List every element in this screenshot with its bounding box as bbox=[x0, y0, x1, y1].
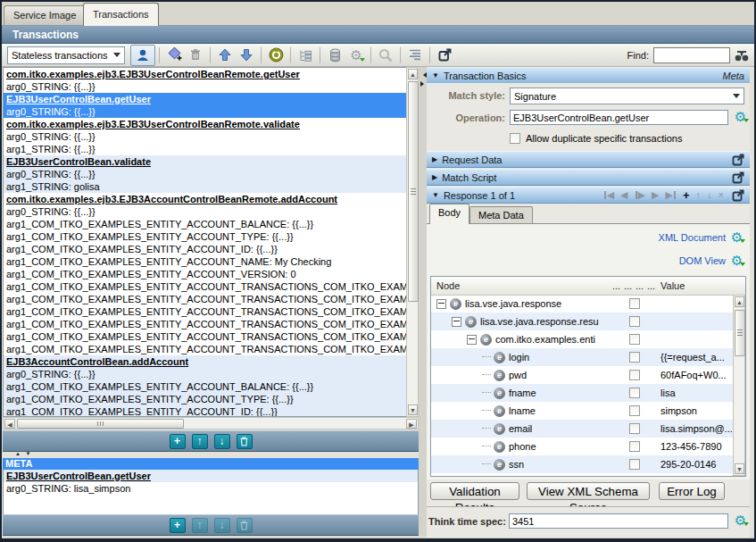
transaction-argument-row[interactable]: arg1_COM_ITKO_EXAMPLES_ENTITY_ACCOUNT_NA… bbox=[4, 255, 418, 268]
scrollbar-thumb[interactable] bbox=[17, 419, 184, 429]
tree-row-checkbox[interactable] bbox=[629, 405, 640, 416]
tree-vertical-scrollbar[interactable]: ▲ ▼ bbox=[733, 295, 745, 476]
nav-last-icon[interactable]: ▶ bbox=[666, 190, 677, 200]
tab-meta-data[interactable]: Meta Data bbox=[469, 206, 533, 224]
delete-transaction-icon[interactable] bbox=[185, 46, 206, 65]
tree-row-checkbox[interactable] bbox=[629, 423, 640, 434]
nav-next-icon[interactable]: ▶ bbox=[652, 190, 659, 200]
tree-row-checkbox[interactable] bbox=[629, 352, 640, 363]
add-transaction-icon[interactable] bbox=[163, 46, 185, 65]
dom-view-gear-icon[interactable]: ⚙ bbox=[729, 254, 744, 267]
tree-row[interactable]: ephone123-456-7890 bbox=[431, 438, 745, 455]
tree-row-checkbox[interactable] bbox=[629, 316, 640, 327]
scroll-down-icon[interactable]: ▼ bbox=[408, 404, 418, 415]
align-icon[interactable] bbox=[404, 46, 426, 65]
tree-column-header[interactable]: ... bbox=[624, 277, 632, 295]
transaction-argument-row[interactable]: arg1_COM_ITKO_EXAMPLES_ENTITY_ACCOUNT_ID… bbox=[4, 405, 418, 417]
tree-row-checkbox[interactable] bbox=[629, 388, 640, 398]
scrollbar-thumb[interactable] bbox=[408, 81, 419, 302]
tree-view-icon[interactable] bbox=[295, 46, 316, 65]
tree-row[interactable]: elisa.vse.java.response bbox=[431, 295, 745, 313]
transaction-argument-row[interactable]: arg1_COM_ITKO_EXAMPLES_ENTITY_ACCOUNT_TR… bbox=[4, 343, 418, 355]
open-editor-icon[interactable] bbox=[732, 189, 744, 202]
transaction-list-horizontal-scrollbar[interactable]: ◀ ▶ bbox=[3, 417, 419, 429]
nav-step-icon[interactable]: ▶ bbox=[635, 190, 645, 200]
xml-document-gear-icon[interactable]: ⚙ bbox=[729, 230, 744, 244]
tab-body[interactable]: Body bbox=[429, 204, 469, 224]
dom-view-link[interactable]: DOM View bbox=[679, 255, 726, 266]
tree-row-checkbox[interactable] bbox=[629, 370, 640, 380]
transaction-argument-row[interactable]: arg1_COM_ITKO_EXAMPLES_ENTITY_ACCOUNT_TR… bbox=[4, 318, 418, 330]
nav-remove-icon[interactable]: × bbox=[719, 190, 724, 200]
transaction-argument-row[interactable]: arg0_STRING: {{...}} bbox=[4, 168, 418, 180]
tree-row[interactable]: elisa.vse.java.response.resu bbox=[431, 313, 745, 330]
meta-operation-row[interactable]: EJB3UserControlBean.getUser bbox=[4, 470, 418, 482]
transaction-argument-row[interactable]: arg1_COM_ITKO_EXAMPLES_ENTITY_ACCOUNT_BA… bbox=[4, 218, 418, 230]
transaction-argument-row[interactable]: arg0_STRING: {{...}} bbox=[4, 105, 418, 118]
tab-service-image[interactable]: Service Image bbox=[4, 5, 86, 25]
transaction-argument-row[interactable]: arg0_STRING: {{...}} bbox=[4, 368, 418, 380]
tree-column-header[interactable]: Node bbox=[436, 277, 460, 295]
tree-column-header[interactable]: Value bbox=[660, 277, 685, 295]
search-icon[interactable] bbox=[375, 46, 396, 65]
open-editor-icon[interactable] bbox=[434, 46, 455, 65]
transaction-argument-row[interactable]: arg0_STRING: {{...}} bbox=[4, 80, 418, 93]
tree-row[interactable]: eemaillisa.simpson@... bbox=[431, 420, 745, 438]
transaction-argument-row[interactable]: arg1_COM_ITKO_EXAMPLES_ENTITY_ACCOUNT_TR… bbox=[4, 330, 418, 343]
transaction-argument-row[interactable]: arg1_COM_ITKO_EXAMPLES_ENTITY_ACCOUNT_BA… bbox=[4, 380, 418, 393]
tree-column-header[interactable]: ... bbox=[636, 277, 644, 295]
move-down-button[interactable]: ↓ bbox=[214, 434, 230, 449]
binoculars-icon[interactable] bbox=[735, 49, 749, 62]
tree-row[interactable]: epwd60fAFoq+W0... bbox=[431, 366, 745, 384]
view-xml-schema-source-button[interactable]: View XML Schema Source bbox=[527, 482, 650, 500]
nav-first-icon[interactable]: ◀ bbox=[603, 190, 614, 200]
nav-down-icon[interactable]: ↓ bbox=[707, 190, 712, 200]
section-transaction-basics[interactable]: ▼ Transaction Basics Meta bbox=[427, 67, 750, 84]
transaction-operation-row[interactable]: com.itko.examples.ejb3.EJB3AccountContro… bbox=[4, 193, 418, 205]
nav-add-icon[interactable]: + bbox=[683, 190, 690, 200]
transaction-operation-row[interactable]: EJB3UserControlBean.validate bbox=[4, 155, 418, 168]
section-match-script[interactable]: ▶ Match Script bbox=[427, 169, 750, 186]
transaction-argument-row[interactable]: arg1_COM_ITKO_EXAMPLES_ENTITY_ACCOUNT_ID… bbox=[4, 243, 418, 255]
tree-column-header[interactable]: ... bbox=[647, 277, 655, 295]
transaction-operation-row[interactable]: EJB3AccountControlBean.addAccount bbox=[4, 355, 418, 368]
move-up-icon[interactable] bbox=[214, 46, 236, 65]
think-time-gear-icon[interactable]: ⚙ bbox=[733, 513, 748, 527]
tree-row[interactable]: e bbox=[431, 473, 745, 476]
transaction-operation-row[interactable]: com.itko.examples.ejb3.EJB3UserControlBe… bbox=[4, 118, 418, 130]
view-user-icon[interactable] bbox=[130, 45, 155, 66]
tree-row-checkbox[interactable] bbox=[629, 459, 640, 470]
transaction-argument-row[interactable]: arg1_COM_ITKO_EXAMPLES_ENTITY_ACCOUNT_TY… bbox=[4, 393, 418, 405]
scroll-up-icon[interactable]: ▲ bbox=[408, 69, 418, 79]
error-log-button[interactable]: Error Log bbox=[659, 482, 725, 500]
tree-row-checkbox[interactable] bbox=[629, 334, 640, 345]
move-down-icon[interactable] bbox=[236, 46, 257, 65]
section-response[interactable]: ▼ Response 1 of 1 ◀◀▶▶▶+↑↓× bbox=[427, 187, 750, 204]
data-source-icon[interactable] bbox=[324, 46, 345, 65]
transaction-argument-row[interactable]: arg1_STRING: {{...}} bbox=[4, 143, 418, 155]
tree-row[interactable]: essn295-20-0146 bbox=[431, 455, 745, 473]
transaction-argument-row[interactable]: arg1_COM_ITKO_EXAMPLES_ENTITY_ACCOUNT_TY… bbox=[4, 230, 418, 243]
tree-row[interactable]: elogin{{=request_a... bbox=[431, 348, 745, 366]
scrollbar-thumb[interactable] bbox=[735, 310, 745, 356]
transaction-operation-row[interactable]: com.itko.examples.ejb3.EJB3UserControlBe… bbox=[4, 68, 418, 80]
lisa-hotdeploy-icon[interactable] bbox=[265, 46, 287, 65]
transaction-argument-row[interactable]: arg1_STRING: golisa bbox=[4, 180, 418, 193]
tree-expander-icon[interactable] bbox=[452, 317, 461, 327]
transaction-argument-row[interactable]: arg0_STRING: {{...}} bbox=[4, 205, 418, 218]
scroll-right-icon[interactable]: ▶ bbox=[406, 419, 417, 429]
match-style-dropdown[interactable]: Signature bbox=[510, 88, 744, 104]
section-request-data[interactable]: ▶ Request Data bbox=[427, 151, 750, 168]
tree-row[interactable]: efnamelisa bbox=[431, 384, 745, 402]
xml-document-link[interactable]: XML Document bbox=[659, 232, 726, 243]
find-input[interactable] bbox=[653, 47, 730, 63]
collapse-right-icon[interactable] bbox=[420, 81, 427, 87]
splitter-handle[interactable]: ▲ ▼ bbox=[15, 451, 33, 456]
tree-row[interactable]: elnamesimpson bbox=[431, 402, 745, 420]
tree-expander-icon[interactable] bbox=[467, 335, 477, 345]
tree-row-checkbox[interactable] bbox=[629, 298, 640, 309]
collapse-left-icon[interactable] bbox=[420, 72, 427, 78]
transaction-operation-row[interactable]: EJB3UserControlBean.getUser bbox=[4, 93, 418, 105]
nav-up-icon[interactable]: ↑ bbox=[696, 190, 702, 200]
delete-button[interactable] bbox=[237, 434, 253, 449]
